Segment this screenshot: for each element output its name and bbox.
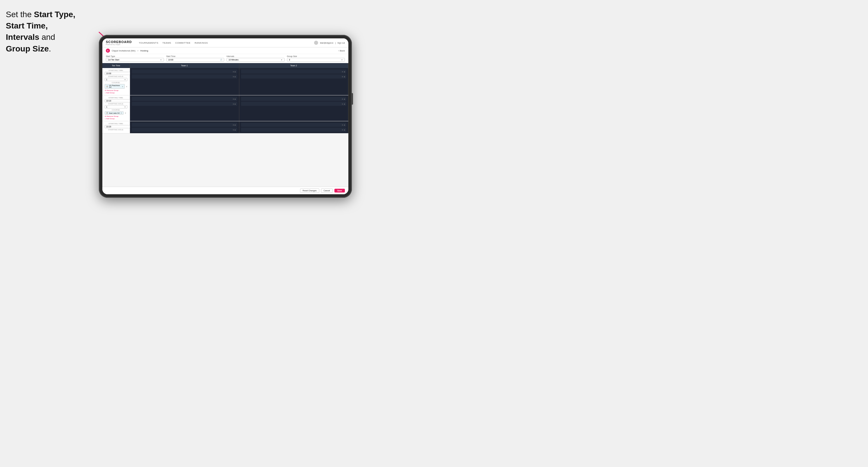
tee-group-1-left: STARTING TIME: 🕐 STARTING HOLE: 1 ▼ COUR… [102, 68, 130, 95]
tee-group-2: STARTING TIME: 🕐 STARTING HOLE: 1 ▼ COUR… [102, 95, 348, 121]
user-avatar [314, 41, 318, 45]
starting-time-input-1[interactable] [105, 72, 133, 75]
hole-chevron-1: ▼ [124, 79, 126, 81]
back-button[interactable]: ‹ Back [338, 50, 345, 52]
nav-rankings[interactable]: RANKINGS [194, 41, 208, 45]
player-remove-3-1[interactable]: ✕ ⊕ [232, 98, 236, 100]
course-remove-2[interactable]: ✕ [121, 112, 122, 114]
starting-time-label-3: STARTING TIME: [105, 123, 127, 124]
team1-cell-3: ✕ ⊕ ✕ ⊕ [130, 121, 239, 133]
course-edit-1[interactable]: ✕ [126, 86, 127, 88]
starting-hole-label-3: STARTING HOLE: [105, 129, 127, 130]
player-remove-1-1[interactable]: ✕ ⊕ [232, 71, 236, 73]
group-size-value: 3 [289, 59, 290, 61]
course-tag-1: 🏌 (A) Peachtree GC ✕ [105, 84, 125, 89]
add-group-2[interactable]: + Add Group [105, 118, 127, 120]
instruction-line4-bold: Group Size [6, 44, 49, 53]
th-tee-time: Tee Time [102, 63, 130, 68]
course-label-2: COURSE: [105, 109, 127, 111]
add-group-1[interactable]: + Add Group [105, 92, 127, 94]
course-name-1: (A) Peachtree GC [109, 85, 121, 88]
save-button[interactable]: Save [334, 189, 345, 192]
remove-group-1[interactable]: ⊖ Remove Group [105, 89, 127, 91]
breadcrumb-app[interactable]: Clippd Invitational (Me) [112, 50, 135, 52]
starting-time-input-row-2: 🕐 [105, 99, 127, 102]
start-type-value: 1st Tee Start [108, 59, 119, 61]
intervals-chevron: ▼ [281, 59, 283, 61]
player-remove-1-2[interactable]: ✕ ⊕ [232, 75, 236, 77]
start-time-value: 10:00 [168, 59, 174, 61]
player-remove-4-2[interactable]: ✕ ⊕ [342, 103, 345, 105]
nav-tournaments[interactable]: TOURNAMENTS [139, 41, 158, 45]
player-row-3-2: ✕ ⊕ [132, 102, 237, 106]
starting-hole-value-2: 1 [106, 106, 107, 108]
player-row-3-1: ✕ ⊕ [132, 97, 237, 101]
th-team1: Team 1 [130, 63, 239, 68]
nav-teams[interactable]: TEAMS [162, 41, 171, 45]
sign-out-link[interactable]: Sign out [337, 42, 345, 44]
player-row-4-1: ✕ ⊕ [241, 97, 347, 101]
course-row-2: 🏌 East Lake GC ✕ ✕ [105, 112, 127, 115]
tee-group-2-left: STARTING TIME: 🕐 STARTING HOLE: 1 ▼ COUR… [102, 95, 130, 121]
course-remove-1[interactable]: ✕ [122, 86, 123, 88]
player-remove-6-1[interactable]: ✕ ⊕ [342, 124, 345, 126]
player-remove-3-2[interactable]: ✕ ⊕ [232, 103, 236, 105]
group-size-select[interactable]: 3 ▼ [287, 58, 345, 62]
breadcrumb-bar: C Clippd Invitational (Me) > Hosting ‹ B… [102, 48, 348, 54]
player-remove-5-2[interactable]: ✕ ⊕ [232, 129, 236, 131]
starting-time-input-2[interactable] [105, 99, 133, 102]
intervals-select[interactable]: 10 Minutes ▼ [226, 58, 285, 62]
settings-row: Start Type 1st Tee Start ▼ Start Time 10… [102, 54, 348, 63]
intervals-label: Intervals [226, 55, 285, 57]
starting-time-input-3[interactable] [105, 125, 133, 128]
nav-links: TOURNAMENTS TEAMS COMMITTEE RANKINGS [139, 41, 309, 45]
tee-group-3-left: STARTING TIME: 🕐 STARTING HOLE: [102, 121, 130, 133]
nav-committee[interactable]: COMMITTEE [175, 41, 191, 45]
course-row-1: 🏌 (A) Peachtree GC ✕ ✕ [105, 84, 127, 89]
player-row-5-1: ✕ ⊕ [132, 123, 237, 127]
nav-separator: | [335, 42, 336, 44]
player-row-1-1: ✕ ⊕ [132, 69, 237, 73]
player-row-5-2: ✕ ⊕ [132, 128, 237, 132]
start-type-chevron: ▼ [160, 59, 162, 61]
course-label-1: COURSE: [105, 82, 127, 84]
tablet-frame: SCOREBOARD Powered by clippd TOURNAMENTS… [99, 35, 352, 198]
table-body: STARTING TIME: 🕐 STARTING HOLE: 1 ▼ COUR… [102, 68, 348, 187]
start-type-select[interactable]: 1st Tee Start ▼ [106, 58, 164, 62]
player-remove-6-2[interactable]: ✕ ⊕ [342, 129, 345, 131]
starting-hole-label-2: STARTING HOLE: [105, 103, 127, 105]
player-remove-2-1[interactable]: ✕ ⊕ [342, 71, 345, 73]
start-time-label: Start Time [166, 55, 224, 57]
nav-bar: SCOREBOARD Powered by clippd TOURNAMENTS… [102, 38, 348, 48]
tablet-side-button [352, 93, 353, 105]
team2-cell-1: ✕ ⊕ ✕ ⊕ [239, 68, 349, 95]
player-row-6-2: ✕ ⊕ [241, 128, 347, 132]
instruction-line1-normal: Set the [6, 10, 34, 19]
start-time-select[interactable]: 10:00 🕐 [166, 58, 224, 62]
table-header: Tee Time Team 1 Team 2 [102, 63, 348, 68]
player-row-2-2: ✕ ⊕ [241, 74, 347, 79]
logo: SCOREBOARD Powered by clippd [106, 40, 132, 45]
remove-group-2[interactable]: ⊖ Remove Group [105, 115, 127, 117]
starting-time-label-2: STARTING TIME: [105, 97, 127, 99]
cancel-button[interactable]: Cancel [321, 188, 333, 193]
player-remove-4-1[interactable]: ✕ ⊕ [342, 98, 345, 100]
starting-hole-select-1[interactable]: 1 ▼ [105, 78, 127, 81]
start-type-label: Start Type [106, 55, 164, 57]
player-remove-2-2[interactable]: ✕ ⊕ [342, 75, 345, 77]
course-tag-2: 🏌 East Lake GC ✕ [105, 112, 124, 115]
starting-hole-select-2[interactable]: 1 ▼ [105, 105, 127, 108]
starting-time-input-row-1: 🕐 [105, 72, 127, 75]
course-edit-2[interactable]: ✕ [125, 112, 126, 114]
group-size-group: Group Size 3 ▼ [287, 55, 345, 62]
player-row-6-1: ✕ ⊕ [241, 123, 347, 127]
team2-cell-3: ✕ ⊕ ✕ ⊕ [239, 121, 349, 133]
instruction-line2-bold: Start Time, [6, 21, 48, 30]
reset-changes-button[interactable]: Reset Changes [300, 188, 319, 193]
start-time-chevron: 🕐 [220, 59, 222, 61]
instruction-line3-normal: and [39, 33, 55, 41]
start-type-group: Start Type 1st Tee Start ▼ [106, 55, 164, 62]
player-remove-5-1[interactable]: ✕ ⊕ [232, 124, 236, 126]
starting-time-input-row-3: 🕐 [105, 125, 127, 128]
logo-sub: Powered by clippd [106, 43, 132, 45]
